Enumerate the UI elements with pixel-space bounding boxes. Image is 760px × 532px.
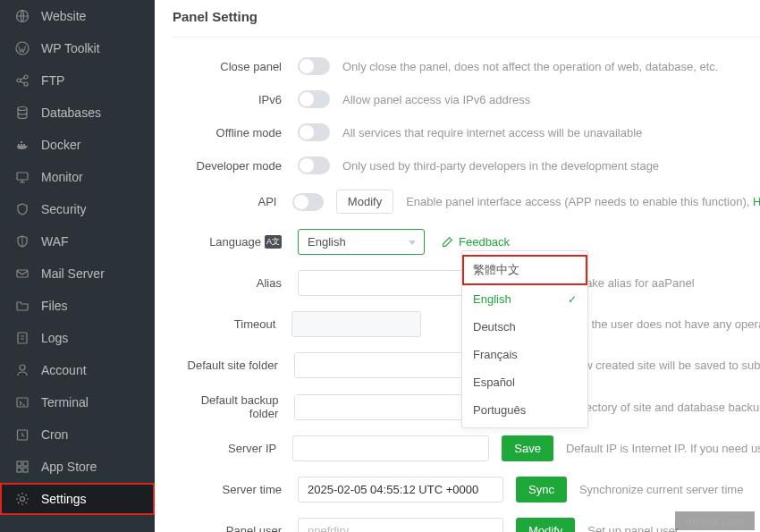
server-ip-save-button[interactable]: Save [502,435,553,461]
sidebar: Website WP Toolkit FTP Databases Docker … [0,0,155,532]
dropdown-option-english[interactable]: English✓ [462,285,587,313]
shield-icon [14,202,30,216]
row-api: API Modify Enable panel interface access… [173,190,760,214]
sidebar-item-settings[interactable]: Settings [0,483,155,515]
language-select-value: English [308,235,346,249]
language-select[interactable]: English [298,229,425,255]
desc-server-ip: Default IP is Internet IP. If you need u… [566,442,760,455]
language-dropdown: 繁體中文 English✓ Deutsch Français Español P… [461,250,588,428]
label-developer: Developer mode [173,159,298,173]
globe-icon [14,9,30,23]
sidebar-item-website[interactable]: Website [0,0,155,32]
grid-icon [14,460,30,474]
svg-point-4 [24,82,28,86]
database-icon [14,106,30,120]
dropdown-option-deutsch[interactable]: Deutsch [462,313,587,341]
sidebar-item-label: Logs [41,331,68,345]
dropdown-option-portugues[interactable]: Português [462,396,587,424]
label-server-ip: Server IP [173,442,292,455]
server-time-sync-button[interactable]: Sync [516,477,567,502]
dropdown-option-label: Français [473,348,518,361]
sidebar-item-docker[interactable]: Docker [0,129,155,161]
row-server-time: Server time Sync Synchronize current ser… [173,477,760,502]
sidebar-item-wp-toolkit[interactable]: WP Toolkit [0,32,155,64]
dropdown-option-label: 繁體中文 [473,262,519,278]
sidebar-item-terminal[interactable]: Terminal [0,386,155,418]
sidebar-item-ftp[interactable]: FTP [0,64,155,97]
dropdown-option-label: Deutsch [473,320,516,334]
label-api: API [173,195,292,208]
edit-icon [441,236,453,249]
toggle-api[interactable] [292,193,323,211]
desc-timeout: If the user does not have any operati [582,317,760,331]
server-time-input[interactable] [298,477,503,502]
label-server-time: Server time [173,483,298,496]
svg-rect-12 [18,333,27,343]
row-ipv6: IPv6 Allow panel access via IPv6 address [173,90,760,108]
watermark: minwt.com [675,511,755,530]
dropdown-option-francais[interactable]: Français [462,341,587,368]
svg-rect-17 [23,461,28,466]
toggle-developer[interactable] [298,156,330,174]
label-offline: Offline mode [173,126,298,139]
dropdown-option-zh-tw[interactable]: 繁體中文 [462,255,587,285]
user-icon [14,363,30,377]
sidebar-item-waf[interactable]: WAF [0,225,155,258]
desc-developer: Only used by third-party developers in t… [342,159,659,173]
sidebar-item-mail-server[interactable]: Mail Server [0,258,155,290]
label-timeout: Timeout [173,317,291,331]
sidebar-item-label: Mail Server [41,266,105,281]
dropdown-option-label: Português [473,403,526,417]
svg-rect-19 [23,468,28,472]
row-offline: Offline mode All services that require i… [173,123,760,141]
sidebar-item-app-store[interactable]: App Store [0,451,155,483]
svg-rect-8 [23,144,25,146]
sidebar-item-files[interactable]: Files [0,290,155,322]
label-default-site: Default site folder [173,359,294,372]
translate-icon: A文 [265,235,282,249]
default-backup-input[interactable] [295,395,462,419]
svg-point-5 [18,107,27,111]
feedback-link[interactable]: Feedback [441,235,510,249]
toggle-offline[interactable] [298,123,330,141]
label-close-panel: Close panel [173,60,298,73]
sidebar-item-label: FTP [41,73,64,88]
desc-default-backup: Directory of site and database backup [570,401,760,414]
panel-user-input[interactable] [298,518,503,532]
sidebar-item-monitor[interactable]: Monitor [0,161,155,193]
svg-rect-10 [17,173,28,180]
api-modify-button[interactable]: Modify [336,190,393,214]
sidebar-item-label: Terminal [41,395,89,410]
toggle-close-panel[interactable] [298,57,330,75]
svg-point-2 [17,79,21,82]
monitor-icon [14,170,30,184]
sidebar-item-label: Monitor [41,170,83,184]
sidebar-item-label: Website [41,9,86,23]
mail-icon [14,266,30,281]
panel-user-modify-button[interactable]: Modify [516,518,575,532]
clock-icon [14,427,30,442]
label-language: LanguageA文 [173,235,298,249]
sidebar-item-label: Docker [41,138,80,152]
toggle-ipv6[interactable] [298,90,330,108]
feedback-label: Feedback [459,235,510,249]
sidebar-item-logs[interactable]: Logs [0,322,155,354]
svg-rect-9 [21,141,22,143]
sidebar-item-databases[interactable]: Databases [0,97,155,129]
svg-rect-11 [17,270,28,277]
sidebar-item-label: Files [41,299,68,313]
api-help-link[interactable]: Help [753,195,760,208]
svg-rect-6 [18,144,20,146]
folder-icon [14,299,30,313]
dropdown-option-espanol[interactable]: Español [462,368,587,396]
default-site-input[interactable] [295,353,461,377]
dropdown-option-label: Español [473,376,515,389]
svg-point-20 [21,497,25,502]
sidebar-item-account[interactable]: Account [0,354,155,386]
sidebar-item-cron[interactable]: Cron [0,418,155,451]
row-server-ip: Server IP Save Default IP is Internet IP… [173,435,760,461]
sidebar-item-security[interactable]: Security [0,193,155,225]
sidebar-item-label: Databases [41,106,101,120]
desc-default-site: New created site will be saved to subd [570,359,760,372]
server-ip-input[interactable] [292,435,489,461]
